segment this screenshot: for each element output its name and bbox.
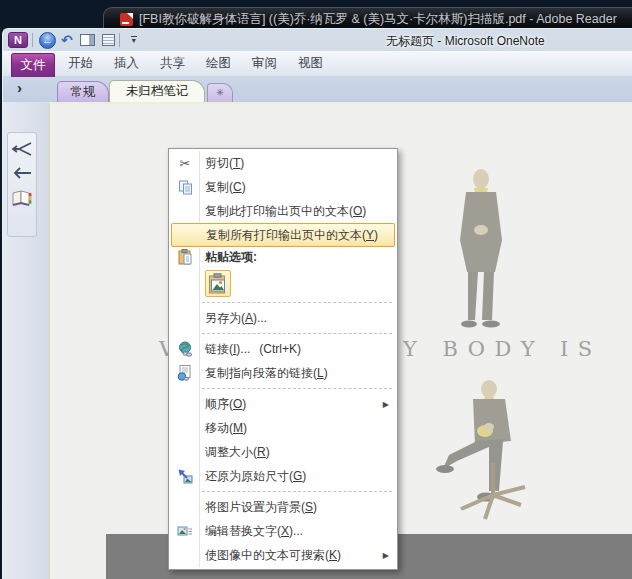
tab-home[interactable]: 开始 xyxy=(67,55,94,72)
left-arrow-icon[interactable] xyxy=(11,165,33,181)
section-tab-general[interactable]: 常规 xyxy=(57,81,109,102)
split-arrow-icon[interactable] xyxy=(11,141,33,157)
sitting-man-photo xyxy=(433,379,537,529)
notebook-nav-box xyxy=(7,132,37,237)
tab-review[interactable]: 审阅 xyxy=(251,55,278,72)
menu-item-set-picture-as-background[interactable]: 将图片设置为背景(S) xyxy=(169,495,397,519)
tab-view[interactable]: 视图 xyxy=(297,55,324,72)
expand-navbar-arrow[interactable]: › xyxy=(17,79,22,96)
cover-text-fragment-right: Y BODY IS xyxy=(403,337,602,361)
menu-row-paste-options xyxy=(169,267,397,299)
full-page-view-button[interactable] xyxy=(102,34,115,46)
section-tab-unfiled-notes[interactable]: 未归档笔记 xyxy=(109,80,205,102)
submenu-arrow-icon: ▶ xyxy=(383,551,389,560)
menu-item-copy-text-all-pages[interactable]: 复制所有打印输出页中的文本(Y) xyxy=(171,223,395,247)
adobe-reader-titlebar[interactable]: [FBI教你破解身体语言] ((美)乔·纳瓦罗 & (美)马文·卡尔林斯)扫描版… xyxy=(103,7,632,30)
paste-picture-button[interactable] xyxy=(205,270,231,297)
menu-item-order[interactable]: 顺序(O) ▶ xyxy=(169,392,397,416)
quick-access-toolbar: N ← ↶ ▾ 无标题页 - Microsoft OneNote xyxy=(3,29,632,51)
customize-toolbar-button[interactable]: ▾ xyxy=(131,36,137,44)
menu-item-copy-link-to-paragraph[interactable]: 复制指向段落的链接(L) xyxy=(169,361,397,385)
paragraph-link-icon xyxy=(172,365,198,381)
toolbar-separator xyxy=(32,33,33,47)
menu-separator xyxy=(169,299,397,306)
new-section-button[interactable]: ✳ xyxy=(207,83,233,102)
standing-man-photo xyxy=(444,168,518,336)
menu-separator xyxy=(169,330,397,337)
link-globe-icon xyxy=(172,341,198,357)
menu-item-cut[interactable]: ✂ 剪切(T) xyxy=(169,151,397,175)
submenu-arrow-icon: ▶ xyxy=(383,400,389,409)
tab-share[interactable]: 共享 xyxy=(159,55,186,72)
menu-item-link[interactable]: 链接(I)... (Ctrl+K) xyxy=(169,337,397,361)
tab-insert[interactable]: 插入 xyxy=(113,55,140,72)
toolbar-separator xyxy=(119,33,120,47)
back-button[interactable]: ← xyxy=(39,32,56,49)
paste-picture-icon xyxy=(208,273,228,294)
section-tab-bar: › 常规 未归档笔记 ✳ xyxy=(3,77,632,102)
tab-draw[interactable]: 绘图 xyxy=(205,55,232,72)
menu-item-move[interactable]: 移动(M) xyxy=(169,416,397,440)
copy-icon xyxy=(172,180,198,195)
screen: [FBI教你破解身体语言] ((美)乔·纳瓦罗 & (美)马文·卡尔林斯)扫描版… xyxy=(0,0,632,579)
restore-size-icon xyxy=(172,468,198,484)
window-title: 无标题页 - Microsoft OneNote xyxy=(386,33,545,50)
adobe-window-title: [FBI教你破解身体语言] ((美)乔·纳瓦罗 & (美)马文·卡尔林斯)扫描版… xyxy=(139,11,617,28)
menu-item-copy-text-this-page[interactable]: 复制此打印输出页中的文本(O) xyxy=(169,199,397,223)
paste-icon xyxy=(172,249,198,265)
menu-shortcut: (Ctrl+K) xyxy=(259,342,301,356)
pdf-file-icon xyxy=(120,13,133,26)
chevron-down-icon: ▾ xyxy=(132,38,136,44)
menu-item-save-as[interactable]: 另存为(A)... xyxy=(169,306,397,330)
scissors-icon: ✂ xyxy=(172,156,198,171)
context-menu: ✂ 剪切(T) 复制(C) 复制此打印输出页中的文本(O) 复制所有打印输出页中… xyxy=(168,148,398,570)
tab-file[interactable]: 文件 xyxy=(11,53,55,77)
undo-button[interactable]: ↶ xyxy=(61,32,73,48)
menu-separator xyxy=(169,488,397,495)
menu-item-edit-alt-text[interactable]: 编辑替换文字(X)... xyxy=(169,519,397,543)
onenote-app-icon[interactable]: N xyxy=(8,32,28,48)
menu-item-copy[interactable]: 复制(C) xyxy=(169,175,397,199)
menu-separator xyxy=(169,385,397,392)
notebook-icon[interactable] xyxy=(11,189,33,208)
menu-item-resize[interactable]: 调整大小(R) xyxy=(169,440,397,464)
menu-item-make-text-searchable[interactable]: 使图像中的文本可搜索(K) ▶ xyxy=(169,543,397,567)
menu-item-restore-original-size[interactable]: 还原为原始尺寸(G) xyxy=(169,464,397,488)
ribbon-tab-bar: 文件 开始 插入 共享 绘图 审阅 视图 xyxy=(3,51,632,77)
alt-text-icon xyxy=(172,524,198,538)
dock-to-desktop-button[interactable] xyxy=(80,34,95,46)
navigation-strip xyxy=(3,102,48,579)
menu-label-paste-options: 粘贴选项: xyxy=(169,247,397,267)
